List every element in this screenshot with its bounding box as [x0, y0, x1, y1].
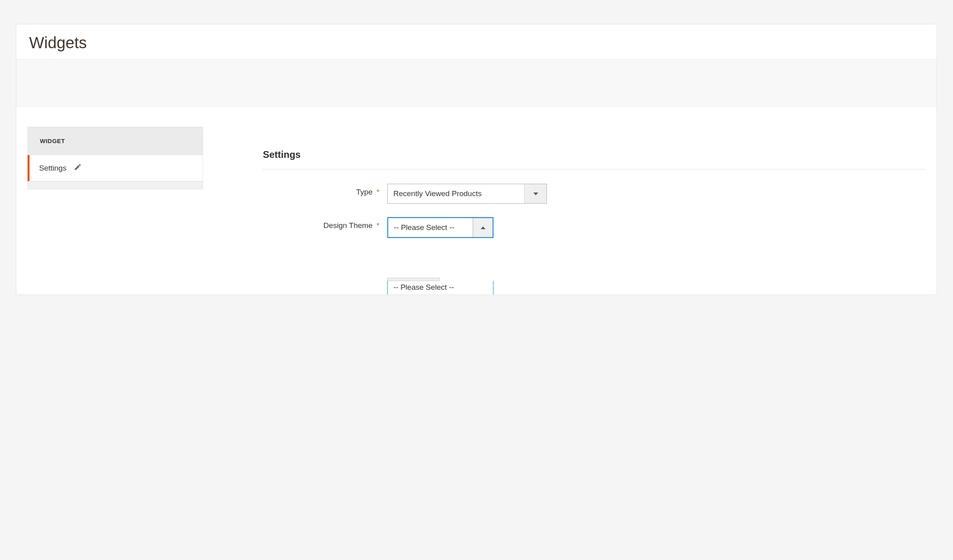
design-theme-dropdown: -- Please Select -- Magento Blank Magent…: [387, 281, 493, 295]
field-control-design-theme: -- Please Select -- -- Please Select -- …: [387, 217, 493, 281]
field-control-type: Recently Viewed Products: [387, 184, 547, 204]
design-theme-select-value: -- Please Select --: [388, 218, 473, 237]
edit-icon: [74, 163, 82, 173]
main-panel: Settings Type * Recently Viewed Products: [263, 127, 925, 295]
type-select[interactable]: Recently Viewed Products: [387, 184, 547, 204]
dropdown-option-please-select[interactable]: -- Please Select --: [388, 281, 493, 294]
sidebar-footer: [28, 181, 203, 189]
continue-button-stub[interactable]: [387, 278, 440, 281]
page-container: Widgets WIDGET Settings Settings Type *: [16, 24, 937, 295]
chevron-down-icon: [533, 193, 538, 195]
type-select-button[interactable]: [524, 184, 547, 203]
type-select-value: Recently Viewed Products: [388, 184, 524, 203]
field-label-type: Type *: [263, 184, 383, 196]
field-row-type: Type * Recently Viewed Products: [263, 184, 925, 204]
sidebar-header: WIDGET: [28, 127, 203, 155]
dropdown-option-magento-blank[interactable]: Magento Blank: [388, 294, 493, 295]
page-title: Widgets: [16, 24, 937, 59]
design-theme-select[interactable]: -- Please Select --: [387, 217, 493, 238]
field-label-design-theme: Design Theme *: [263, 217, 383, 230]
sidebar-tab-label: Settings: [39, 164, 67, 173]
content-layout: WIDGET Settings Settings Type * Recently…: [16, 127, 937, 295]
design-theme-select-button[interactable]: [473, 218, 493, 237]
sidebar: WIDGET Settings: [28, 127, 203, 295]
section-title: Settings: [263, 149, 925, 169]
sidebar-tab-settings[interactable]: Settings: [28, 155, 203, 181]
toolbar-spacer: [16, 59, 937, 107]
chevron-up-icon: [481, 226, 485, 229]
type-label-text: Type: [356, 188, 373, 196]
field-row-design-theme: Design Theme * -- Please Select -- -- Pl…: [263, 217, 925, 281]
required-asterisk-icon: *: [377, 188, 379, 196]
design-theme-label-text: Design Theme: [324, 221, 373, 230]
required-asterisk-icon: *: [377, 222, 379, 230]
